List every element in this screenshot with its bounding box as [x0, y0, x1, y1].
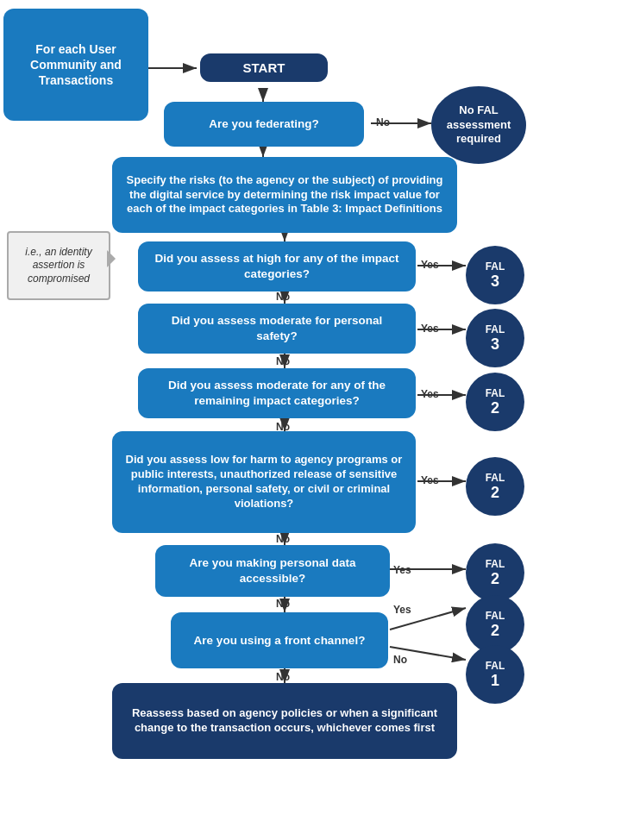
assess-remaining-box: Did you assess moderate for any of the r…	[138, 368, 416, 418]
no-personal-safety-label: No	[276, 355, 290, 367]
assess-high-box: Did you assess at high for any of the im…	[138, 241, 416, 291]
yes-personal-data-label: Yes	[393, 564, 411, 576]
are-federating-box: Are you federating?	[164, 102, 364, 147]
no-front-channel-down-label: No	[276, 671, 290, 683]
fal1-circle: FAL 1	[466, 645, 524, 704]
no-personal-data-label: No	[276, 598, 290, 610]
front-channel-box: Are you using a front channel?	[171, 612, 388, 668]
no-federating-label: No	[376, 116, 390, 129]
for-each-box: For each User Community and Transactions	[3, 9, 148, 121]
yes-remaining-label: Yes	[421, 388, 439, 400]
no-fal-circle: No FAL assessment required	[431, 86, 526, 164]
yes-front-channel-label: Yes	[393, 604, 411, 616]
assess-low-box: Did you assess low for harm to agency pr…	[112, 431, 416, 533]
fal3-circle-1: FAL 3	[466, 246, 524, 304]
personal-data-box: Are you making personal data accessible?	[155, 545, 390, 597]
yes-personal-safety-label: Yes	[421, 323, 439, 335]
start-box: START	[200, 53, 328, 82]
no-assess-low-label: No	[276, 533, 290, 545]
no-assess-high-label: No	[276, 291, 290, 303]
fal2-circle-1: FAL 2	[466, 373, 524, 431]
yes-assess-high-label: Yes	[421, 259, 439, 271]
fal2-circle-3: FAL 2	[466, 543, 524, 602]
assess-personal-safety-box: Did you assess moderate for personal saf…	[138, 304, 416, 354]
yes-assess-low-label: Yes	[421, 474, 439, 486]
note-box: i.e., an identity assertion is compromis…	[7, 231, 110, 300]
fal3-circle-2: FAL 3	[466, 309, 524, 367]
diagram-container: For each User Community and Transactions…	[0, 0, 621, 840]
fal2-circle-2: FAL 2	[466, 457, 524, 516]
specify-risks-box: Specify the risks (to the agency or the …	[112, 157, 457, 233]
reassess-box: Reassess based on agency policies or whe…	[112, 683, 457, 759]
no-front-channel-label: No	[393, 654, 407, 666]
